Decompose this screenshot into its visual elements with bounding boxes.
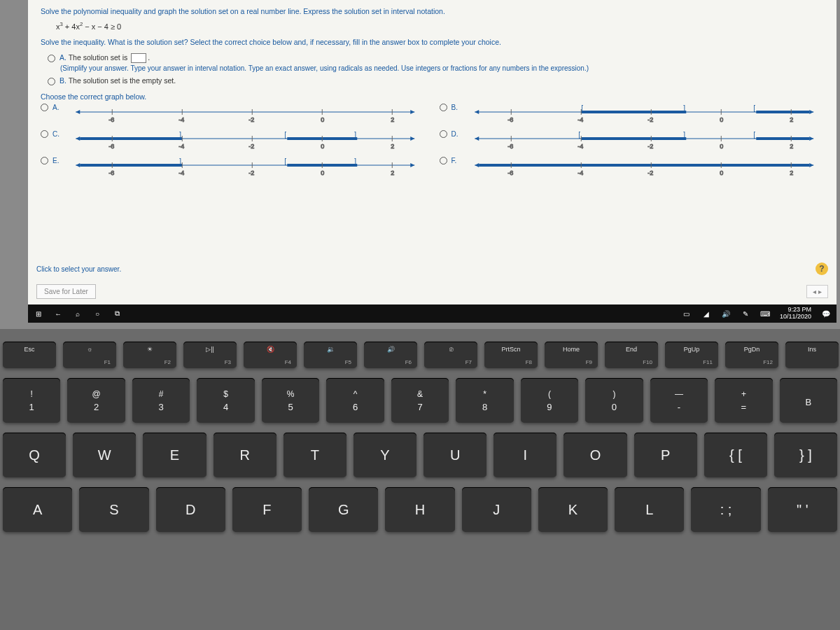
volume-icon[interactable]: 🔊 xyxy=(721,309,731,318)
letter-key: " ' xyxy=(768,487,837,532)
svg-marker-14 xyxy=(809,110,813,114)
letter-key: J xyxy=(462,487,531,532)
choice-a-row[interactable]: A. The solution set is . xyxy=(48,53,824,63)
graph-option-a[interactable]: A. -6 -4 -2 0 2 xyxy=(41,104,426,129)
svg-text:[: [ xyxy=(581,104,583,112)
letter-key: } ] xyxy=(774,433,837,477)
numberline-b: -6 -4 -2 0 2 [ ] [ xyxy=(464,104,825,129)
numberline-e: -6 -4 -2 0 2 ] [ ] xyxy=(65,157,426,182)
taskview-icon[interactable]: ⧉ xyxy=(112,309,122,318)
svg-text:[: [ xyxy=(753,104,755,112)
radio-graph-f[interactable] xyxy=(440,157,447,164)
cortana-icon[interactable]: ○ xyxy=(92,309,102,318)
start-icon[interactable]: ⊞ xyxy=(34,309,43,318)
choice-b-label: B. xyxy=(59,76,66,85)
choice-b-text: The solution set is the empty set. xyxy=(69,76,176,85)
svg-text:-6: -6 xyxy=(108,116,114,123)
num-key: B xyxy=(780,378,837,423)
wifi-icon[interactable]: ◢ xyxy=(701,309,711,318)
svg-text:-6: -6 xyxy=(507,116,513,123)
svg-text:-6: -6 xyxy=(108,143,114,150)
pen-icon[interactable]: ✎ xyxy=(741,309,750,318)
svg-text:2: 2 xyxy=(391,143,394,150)
graph-d-label: D. xyxy=(451,130,461,138)
graph-a-label: A. xyxy=(52,104,62,111)
fn-key: ☀F2 xyxy=(123,342,176,368)
answer-input[interactable] xyxy=(131,53,146,63)
graph-option-f[interactable]: F. -6 -4 -2 0 2 xyxy=(440,157,825,182)
letter-key: H xyxy=(385,487,454,532)
svg-marker-51 xyxy=(475,136,479,141)
letter-key: L xyxy=(615,487,684,532)
keyboard-icon[interactable]: ⌨ xyxy=(760,309,770,318)
radio-graph-c[interactable] xyxy=(41,130,48,138)
radio-graph-a[interactable] xyxy=(41,104,48,111)
choice-a-hint: (Simplify your answer. Type your answer … xyxy=(60,64,824,72)
letter-key: I xyxy=(493,433,556,477)
svg-marker-69 xyxy=(76,163,80,167)
svg-text:-2: -2 xyxy=(248,169,254,176)
svg-text:[: [ xyxy=(284,131,286,139)
letter-key: P xyxy=(634,433,697,477)
search-icon[interactable]: ⌕ xyxy=(73,309,83,318)
letter-key: G xyxy=(309,487,378,532)
help-icon[interactable]: ? xyxy=(816,262,828,275)
svg-text:]: ] xyxy=(179,158,181,165)
svg-text:-6: -6 xyxy=(507,143,513,150)
fn-key: Ins xyxy=(785,342,839,368)
num-key: @2 xyxy=(67,378,125,423)
num-key: &7 xyxy=(391,378,449,423)
graph-option-e[interactable]: E. -6 -4 -2 0 2 ] [ ] xyxy=(41,157,426,182)
notification-icon[interactable]: 💬 xyxy=(821,309,831,318)
svg-text:0: 0 xyxy=(720,143,723,150)
fn-key: 🔊F6 xyxy=(364,342,417,368)
num-key: —- xyxy=(650,378,708,423)
svg-text:-2: -2 xyxy=(648,143,653,150)
letter-key: A xyxy=(3,487,72,532)
num-key: *8 xyxy=(456,378,513,423)
letter-key: T xyxy=(284,433,346,477)
fn-key: HomeF9 xyxy=(545,342,598,368)
clock[interactable]: 9:23 PM 10/11/2020 xyxy=(780,307,811,321)
graph-option-d[interactable]: D. -6 -4 -2 0 2 [ ] [ xyxy=(440,130,825,155)
svg-text:[: [ xyxy=(284,158,286,165)
battery-icon[interactable]: ▭ xyxy=(682,309,692,318)
physical-keyboard: Esc☼F1☀F2▷||F3🔇F4🔉F5🔊F6⎚F7PrtScnF8HomeF9… xyxy=(0,329,840,630)
svg-text:-6: -6 xyxy=(108,169,114,176)
fn-key: 🔉F5 xyxy=(304,342,357,368)
fn-key: EndF10 xyxy=(605,342,658,368)
letter-key: U xyxy=(424,433,486,477)
svg-text:]: ] xyxy=(683,104,685,112)
radio-graph-d[interactable] xyxy=(440,130,447,138)
radio-b[interactable] xyxy=(48,78,55,85)
fn-key: ▷||F3 xyxy=(183,342,237,368)
num-key: += xyxy=(715,378,772,423)
graph-option-c[interactable]: C. -6 -4 -2 0 2 ] [ ] xyxy=(41,130,426,155)
inequality-expression: x3 + 4x2 − x − 4 ≥ 0 xyxy=(56,21,824,31)
svg-marker-32 xyxy=(410,136,414,141)
sub-prompt: Solve the inequality. What is the soluti… xyxy=(41,38,824,46)
svg-text:[: [ xyxy=(753,131,755,139)
letter-key: Y xyxy=(354,433,416,477)
radio-graph-e[interactable] xyxy=(41,157,48,164)
radio-a[interactable] xyxy=(48,55,55,62)
svg-text:0: 0 xyxy=(321,143,324,150)
svg-marker-33 xyxy=(76,136,80,141)
graph-option-b[interactable]: B. -6 -4 -2 0 2 [ ] [ xyxy=(440,104,825,129)
num-key: $4 xyxy=(197,378,254,423)
svg-text:-4: -4 xyxy=(578,169,583,176)
nav-arrows[interactable]: ◂ ▸ xyxy=(806,285,828,298)
letter-key: : ; xyxy=(691,487,760,532)
back-icon[interactable]: ← xyxy=(53,309,63,318)
svg-marker-50 xyxy=(809,136,813,141)
numberline-f: -6 -4 -2 0 2 xyxy=(464,157,825,182)
num-key: !1 xyxy=(3,378,60,423)
save-for-later-button[interactable]: Save for Later xyxy=(36,284,96,299)
svg-text:2: 2 xyxy=(391,169,394,176)
choice-b-row[interactable]: B. The solution set is the empty set. xyxy=(48,76,824,85)
letter-key: F xyxy=(232,487,302,532)
windows-taskbar: ⊞ ← ⌕ ○ ⧉ ▭ ◢ 🔊 ✎ ⌨ 9:23 PM 10/11/2020 💬 xyxy=(28,304,836,323)
svg-marker-68 xyxy=(410,163,414,167)
radio-graph-b[interactable] xyxy=(440,104,447,111)
graph-c-label: C. xyxy=(52,130,62,138)
